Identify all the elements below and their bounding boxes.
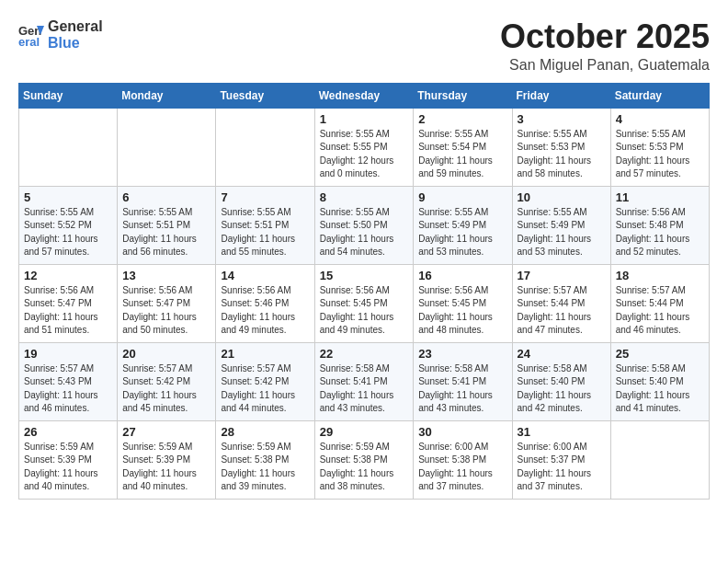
day-info: Sunrise: 5:55 AM Sunset: 5:51 PM Dayligh… [221, 206, 309, 259]
page-header: Gen eral General Blue October 2025 San M… [18, 18, 710, 74]
day-info: Sunrise: 5:57 AM Sunset: 5:44 PM Dayligh… [616, 284, 704, 338]
logo-text-general: General [48, 18, 103, 35]
calendar-cell: 23Sunrise: 5:58 AM Sunset: 5:41 PM Dayli… [414, 342, 512, 420]
day-info: Sunrise: 5:59 AM Sunset: 5:38 PM Dayligh… [221, 441, 309, 494]
weekday-header-friday: Friday [512, 83, 610, 108]
calendar-cell: 24Sunrise: 5:58 AM Sunset: 5:40 PM Dayli… [512, 342, 610, 420]
day-info: Sunrise: 5:56 AM Sunset: 5:46 PM Dayligh… [221, 284, 309, 338]
day-info: Sunrise: 5:55 AM Sunset: 5:51 PM Dayligh… [122, 206, 210, 259]
weekday-header-saturday: Saturday [610, 83, 709, 108]
day-number: 6 [122, 190, 210, 204]
title-area: October 2025 San Miguel Panan, Guatemala [500, 18, 710, 74]
calendar-cell [610, 420, 709, 499]
calendar-cell: 11Sunrise: 5:56 AM Sunset: 5:48 PM Dayli… [610, 186, 709, 264]
calendar-cell: 28Sunrise: 5:59 AM Sunset: 5:38 PM Dayli… [216, 420, 314, 499]
day-info: Sunrise: 5:57 AM Sunset: 5:43 PM Dayligh… [24, 362, 112, 416]
week-row-1: 1Sunrise: 5:55 AM Sunset: 5:55 PM Daylig… [19, 108, 710, 186]
day-number: 3 [518, 112, 606, 126]
calendar-cell: 6Sunrise: 5:55 AM Sunset: 5:51 PM Daylig… [118, 186, 216, 264]
calendar-cell: 14Sunrise: 5:56 AM Sunset: 5:46 PM Dayli… [216, 264, 314, 342]
weekday-header-wednesday: Wednesday [314, 83, 414, 108]
calendar-cell: 4Sunrise: 5:55 AM Sunset: 5:53 PM Daylig… [610, 108, 709, 186]
day-number: 21 [221, 347, 309, 361]
calendar-cell: 9Sunrise: 5:55 AM Sunset: 5:49 PM Daylig… [414, 186, 512, 264]
day-info: Sunrise: 5:58 AM Sunset: 5:41 PM Dayligh… [320, 362, 409, 416]
calendar-cell: 27Sunrise: 5:59 AM Sunset: 5:39 PM Dayli… [118, 420, 216, 499]
weekday-header-monday: Monday [118, 83, 216, 108]
day-info: Sunrise: 5:58 AM Sunset: 5:40 PM Dayligh… [518, 362, 606, 416]
day-number: 14 [221, 269, 309, 282]
calendar-cell: 22Sunrise: 5:58 AM Sunset: 5:41 PM Dayli… [314, 342, 414, 420]
day-info: Sunrise: 5:56 AM Sunset: 5:45 PM Dayligh… [418, 284, 506, 338]
day-number: 18 [616, 269, 704, 282]
day-number: 22 [320, 347, 409, 361]
day-number: 1 [320, 112, 409, 126]
day-info: Sunrise: 5:55 AM Sunset: 5:50 PM Dayligh… [320, 206, 409, 259]
calendar-cell: 3Sunrise: 5:55 AM Sunset: 5:53 PM Daylig… [512, 108, 610, 186]
calendar-cell: 25Sunrise: 5:58 AM Sunset: 5:40 PM Dayli… [610, 342, 709, 420]
day-info: Sunrise: 5:56 AM Sunset: 5:48 PM Dayligh… [616, 206, 704, 259]
calendar-cell: 17Sunrise: 5:57 AM Sunset: 5:44 PM Dayli… [512, 264, 610, 342]
calendar-cell: 18Sunrise: 5:57 AM Sunset: 5:44 PM Dayli… [610, 264, 709, 342]
day-info: Sunrise: 5:55 AM Sunset: 5:54 PM Dayligh… [418, 128, 506, 181]
logo-icon: Gen eral [18, 22, 44, 48]
day-info: Sunrise: 5:55 AM Sunset: 5:55 PM Dayligh… [320, 128, 409, 181]
day-number: 30 [418, 425, 506, 439]
weekday-header-sunday: Sunday [19, 83, 118, 108]
calendar-cell: 13Sunrise: 5:56 AM Sunset: 5:47 PM Dayli… [118, 264, 216, 342]
weekday-header-tuesday: Tuesday [216, 83, 314, 108]
day-number: 16 [418, 269, 506, 282]
day-info: Sunrise: 5:58 AM Sunset: 5:41 PM Dayligh… [418, 362, 506, 416]
day-number: 19 [24, 347, 112, 361]
day-info: Sunrise: 5:55 AM Sunset: 5:49 PM Dayligh… [418, 206, 506, 259]
day-number: 20 [122, 347, 210, 361]
day-info: Sunrise: 5:59 AM Sunset: 5:38 PM Dayligh… [320, 441, 409, 494]
calendar-cell: 16Sunrise: 5:56 AM Sunset: 5:45 PM Dayli… [414, 264, 512, 342]
week-row-5: 26Sunrise: 5:59 AM Sunset: 5:39 PM Dayli… [19, 420, 710, 499]
calendar-cell: 30Sunrise: 6:00 AM Sunset: 5:38 PM Dayli… [414, 420, 512, 499]
calendar-cell: 5Sunrise: 5:55 AM Sunset: 5:52 PM Daylig… [19, 186, 118, 264]
day-number: 25 [616, 347, 704, 361]
day-info: Sunrise: 6:00 AM Sunset: 5:38 PM Dayligh… [418, 441, 506, 494]
day-number: 11 [616, 190, 704, 204]
week-row-2: 5Sunrise: 5:55 AM Sunset: 5:52 PM Daylig… [19, 186, 710, 264]
day-info: Sunrise: 5:57 AM Sunset: 5:42 PM Dayligh… [122, 362, 210, 416]
day-info: Sunrise: 5:59 AM Sunset: 5:39 PM Dayligh… [24, 441, 112, 494]
weekday-header-thursday: Thursday [414, 83, 512, 108]
day-number: 28 [221, 425, 309, 439]
day-info: Sunrise: 5:58 AM Sunset: 5:40 PM Dayligh… [616, 362, 704, 416]
day-number: 23 [418, 347, 506, 361]
day-info: Sunrise: 5:55 AM Sunset: 5:53 PM Dayligh… [518, 128, 606, 181]
day-info: Sunrise: 5:55 AM Sunset: 5:49 PM Dayligh… [518, 206, 606, 259]
day-info: Sunrise: 5:55 AM Sunset: 5:53 PM Dayligh… [616, 128, 704, 181]
day-info: Sunrise: 5:56 AM Sunset: 5:47 PM Dayligh… [24, 284, 112, 338]
calendar-cell: 19Sunrise: 5:57 AM Sunset: 5:43 PM Dayli… [19, 342, 118, 420]
day-info: Sunrise: 6:00 AM Sunset: 5:37 PM Dayligh… [518, 441, 606, 494]
calendar-cell [216, 108, 314, 186]
svg-text:eral: eral [18, 35, 40, 48]
day-number: 31 [518, 425, 606, 439]
day-number: 10 [518, 190, 606, 204]
day-info: Sunrise: 5:59 AM Sunset: 5:39 PM Dayligh… [122, 441, 210, 494]
day-number: 9 [418, 190, 506, 204]
calendar-cell: 12Sunrise: 5:56 AM Sunset: 5:47 PM Dayli… [19, 264, 118, 342]
week-row-3: 12Sunrise: 5:56 AM Sunset: 5:47 PM Dayli… [19, 264, 710, 342]
day-number: 27 [122, 425, 210, 439]
calendar-table: SundayMondayTuesdayWednesdayThursdayFrid… [18, 83, 710, 500]
day-number: 29 [320, 425, 409, 439]
calendar-cell: 29Sunrise: 5:59 AM Sunset: 5:38 PM Dayli… [314, 420, 414, 499]
day-number: 4 [616, 112, 704, 126]
weekday-header-row: SundayMondayTuesdayWednesdayThursdayFrid… [19, 83, 710, 108]
calendar-cell: 20Sunrise: 5:57 AM Sunset: 5:42 PM Dayli… [118, 342, 216, 420]
day-number: 12 [24, 269, 112, 282]
calendar-cell: 26Sunrise: 5:59 AM Sunset: 5:39 PM Dayli… [19, 420, 118, 499]
week-row-4: 19Sunrise: 5:57 AM Sunset: 5:43 PM Dayli… [19, 342, 710, 420]
calendar-cell: 15Sunrise: 5:56 AM Sunset: 5:45 PM Dayli… [314, 264, 414, 342]
day-number: 2 [418, 112, 506, 126]
day-number: 8 [320, 190, 409, 204]
day-number: 13 [122, 269, 210, 282]
calendar-cell: 2Sunrise: 5:55 AM Sunset: 5:54 PM Daylig… [414, 108, 512, 186]
calendar-cell: 8Sunrise: 5:55 AM Sunset: 5:50 PM Daylig… [314, 186, 414, 264]
day-info: Sunrise: 5:56 AM Sunset: 5:45 PM Dayligh… [320, 284, 409, 338]
logo-text-blue: Blue [48, 35, 103, 52]
